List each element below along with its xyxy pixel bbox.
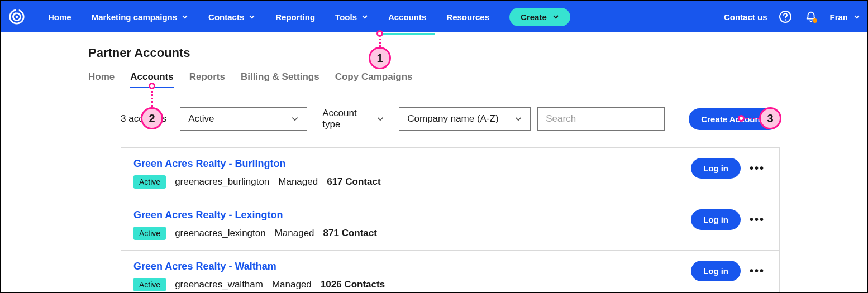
status-badge: Active	[133, 227, 166, 240]
page-title: Partner Accounts	[88, 46, 780, 60]
callout-2: 2	[141, 107, 163, 129]
chevron-down-icon	[291, 115, 299, 123]
login-button[interactable]: Log in	[691, 209, 741, 230]
nav-contacts-label: Contacts	[208, 12, 244, 22]
contact-us-link[interactable]: Contact us	[724, 12, 767, 22]
nav-resources[interactable]: Resources	[437, 8, 498, 26]
nav-right: Contact us Fran	[724, 9, 860, 24]
nav-links: Home Marketing campaigns Contacts Report…	[39, 8, 570, 26]
content: Partner Accounts Home Accounts Reports B…	[1, 32, 867, 293]
account-main: Green Acres Realty - Waltham Active gree…	[133, 261, 691, 291]
sort-select[interactable]: Company name (A-Z)	[399, 107, 531, 131]
account-managed: Managed	[275, 228, 314, 239]
subtab-home[interactable]: Home	[88, 68, 115, 86]
help-icon[interactable]	[778, 9, 793, 24]
svg-point-5	[785, 19, 786, 20]
create-button[interactable]: Create	[509, 8, 570, 26]
status-filter-value: Active	[188, 113, 214, 124]
more-icon[interactable]: •••	[747, 265, 767, 277]
account-name-link[interactable]: Green Acres Realty - Waltham	[133, 261, 276, 272]
search-input[interactable]	[537, 107, 665, 131]
svg-point-2	[16, 16, 18, 18]
account-main: Green Acres Realty - Burlington Active g…	[133, 158, 691, 189]
callout-1: 1	[369, 47, 391, 69]
account-actions: Log in •••	[691, 261, 767, 281]
account-meta: Active greenacres_waltham Managed 1026 C…	[133, 278, 691, 291]
account-slug: greenacres_lexington	[175, 228, 266, 239]
account-managed: Managed	[278, 176, 318, 188]
subtab-reports[interactable]: Reports	[189, 68, 225, 86]
nav-marketing[interactable]: Marketing campaigns	[83, 8, 197, 26]
nav-marketing-label: Marketing campaigns	[92, 12, 177, 22]
svg-rect-3	[16, 8, 19, 13]
account-name-link[interactable]: Green Acres Realty - Lexington	[133, 209, 283, 221]
account-list: Green Acres Realty - Burlington Active g…	[121, 147, 780, 293]
nav-home-label: Home	[48, 12, 71, 22]
nav-tools[interactable]: Tools	[326, 8, 377, 26]
subtab-copy-campaigns[interactable]: Copy Campaigns	[335, 68, 413, 86]
nav-contacts[interactable]: Contacts	[199, 8, 264, 26]
type-filter[interactable]: Account type	[314, 102, 392, 136]
nav-accounts-label: Accounts	[388, 12, 426, 22]
nav-reporting-label: Reporting	[275, 12, 315, 22]
toolbar: 3 accounts Active Account type Company n…	[88, 102, 780, 136]
callout-2-label: 2	[149, 112, 155, 125]
chevron-down-icon	[182, 13, 188, 20]
status-badge: Active	[133, 278, 166, 291]
login-button[interactable]: Log in	[691, 158, 741, 179]
account-actions: Log in •••	[691, 158, 767, 179]
nav-accounts[interactable]: Accounts	[379, 8, 435, 26]
callout-1-label: 1	[376, 52, 383, 65]
notifications-icon[interactable]	[804, 9, 818, 24]
chevron-down-icon	[249, 13, 255, 20]
chevron-down-icon	[514, 115, 522, 123]
account-row: Green Acres Realty - Burlington Active g…	[121, 148, 779, 199]
account-actions: Log in •••	[691, 209, 767, 230]
subtabs: Home Accounts Reports Billing & Settings…	[88, 68, 780, 86]
create-label: Create	[521, 12, 547, 22]
account-meta: Active greenacres_lexington Managed 871 …	[133, 227, 691, 240]
user-menu[interactable]: Fran	[829, 12, 860, 22]
user-name: Fran	[829, 12, 848, 22]
nav-reporting[interactable]: Reporting	[266, 8, 324, 26]
type-filter-value: Account type	[322, 108, 376, 130]
chevron-down-icon	[853, 13, 860, 20]
nav-resources-label: Resources	[446, 12, 489, 22]
subtab-billing[interactable]: Billing & Settings	[241, 68, 319, 86]
top-nav: Home Marketing campaigns Contacts Report…	[1, 1, 867, 32]
account-slug: greenacres_burlington	[175, 176, 269, 188]
login-button[interactable]: Log in	[691, 261, 741, 281]
nav-home[interactable]: Home	[39, 8, 80, 26]
chevron-down-icon	[361, 13, 368, 20]
status-badge: Active	[133, 175, 166, 189]
nav-tools-label: Tools	[335, 12, 357, 22]
more-icon[interactable]: •••	[747, 213, 767, 226]
logo[interactable]	[8, 8, 26, 26]
account-main: Green Acres Realty - Lexington Active gr…	[133, 209, 691, 240]
status-filter[interactable]: Active	[180, 107, 307, 131]
account-row: Green Acres Realty - Waltham Active gree…	[121, 251, 779, 293]
chevron-down-icon	[376, 115, 384, 123]
chevron-down-icon	[552, 13, 559, 20]
account-contacts: 617 Contact	[327, 176, 380, 188]
account-contacts: 871 Contact	[323, 228, 377, 239]
callout-3: 3	[759, 107, 781, 129]
account-managed: Managed	[272, 279, 312, 290]
more-icon[interactable]: •••	[747, 162, 767, 175]
callout-3-label: 3	[767, 112, 773, 125]
sort-value: Company name (A-Z)	[407, 113, 498, 124]
account-slug: greenacres_waltham	[175, 279, 263, 290]
account-name-link[interactable]: Green Acres Realty - Burlington	[133, 158, 285, 170]
account-meta: Active greenacres_burlington Managed 617…	[133, 175, 691, 189]
account-row: Green Acres Realty - Lexington Active gr…	[121, 199, 779, 251]
account-contacts: 1026 Contacts	[321, 279, 385, 290]
